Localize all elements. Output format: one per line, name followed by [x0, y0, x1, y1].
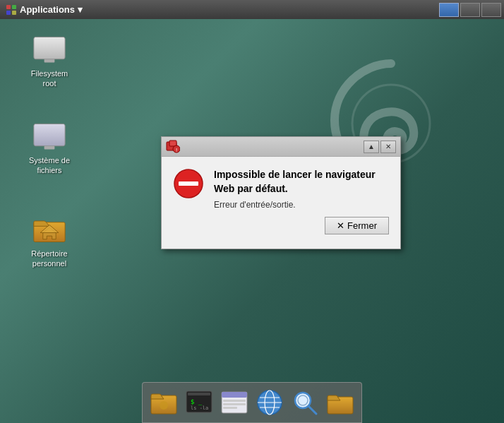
svg-rect-27: [223, 400, 246, 402]
home-icon-svg: [32, 213, 66, 244]
file-manager-icon[interactable]: Système defichiers: [18, 119, 81, 176]
svg-rect-8: [34, 124, 65, 145]
dialog-buttons-area: ✕ Fermer: [173, 217, 389, 237]
svg-rect-22: [188, 393, 210, 395]
filesystem-root-label: Filesystemroot: [31, 68, 68, 89]
svg-rect-29: [223, 407, 237, 409]
applications-menu[interactable]: Applications ▾: [0, 0, 88, 19]
bottom-dock: $ _ ls -la: [142, 382, 362, 423]
svg-point-20: [160, 401, 168, 410]
dialog-sub-message: Erreur d'entrée/sortie.: [214, 200, 389, 210]
dock-search[interactable]: [288, 386, 322, 419]
taskbar-button-2[interactable]: [460, 3, 480, 17]
svg-rect-3: [6, 11, 11, 15]
svg-text:$ _: $ _: [191, 398, 203, 405]
dock-terminal[interactable]: $ _ ls -la: [182, 386, 216, 419]
svg-text:ls -la: ls -la: [191, 405, 208, 411]
svg-rect-28: [223, 403, 246, 405]
dialog-close-btn[interactable]: ✕ Fermer: [325, 217, 389, 234]
svg-rect-1: [6, 5, 11, 9]
dialog-content: Impossible de lancer le navigateur Web p…: [162, 157, 400, 249]
dialog-message: Impossible de lancer le navigateur Web p…: [214, 168, 389, 196]
dialog-up-button[interactable]: ▲: [364, 141, 379, 153]
dock-browser[interactable]: [253, 386, 287, 419]
applications-label: Applications: [20, 4, 75, 15]
dialog-app-icon: !: [166, 140, 180, 154]
svg-rect-4: [12, 11, 16, 15]
dock-folder[interactable]: [323, 386, 357, 419]
svg-rect-9: [44, 146, 55, 150]
taskbar: Applications ▾: [0, 0, 504, 19]
dock-file-manager[interactable]: [217, 386, 251, 419]
dock-files[interactable]: [147, 386, 181, 419]
svg-line-36: [308, 406, 316, 414]
filesystem-root-icon[interactable]: Filesystemroot: [18, 32, 81, 89]
svg-rect-18: [179, 181, 198, 186]
close-x-icon: ✕: [337, 220, 344, 231]
svg-rect-2: [12, 5, 16, 9]
svg-text:!: !: [176, 147, 177, 153]
hd-icon-svg: [32, 33, 66, 64]
file-manager-label: Système defichiers: [29, 155, 70, 176]
desktop: Applications ▾ Filesystemro: [0, 0, 504, 423]
taskbar-right-area: [439, 3, 504, 17]
close-label: Fermer: [347, 220, 377, 231]
svg-rect-26: [222, 392, 247, 398]
dialog-titlebar: ! ▲ ✕: [162, 137, 400, 157]
home-folder-icon[interactable]: Répertoirepersonnel: [18, 212, 81, 269]
dialog-close-button[interactable]: ✕: [380, 141, 396, 153]
svg-rect-6: [44, 59, 55, 63]
error-icon: [173, 168, 204, 199]
taskbar-button-1[interactable]: [439, 3, 459, 17]
svg-rect-5: [34, 37, 65, 59]
applications-icon: [6, 4, 17, 16]
menu-arrow-icon: ▾: [78, 4, 83, 15]
error-dialog: ! ▲ ✕ Impossible de lancer le navigateur…: [161, 136, 401, 249]
taskbar-button-3[interactable]: [481, 3, 501, 17]
home-folder-label: Répertoirepersonnel: [31, 249, 67, 269]
hd2-icon-svg: [32, 120, 66, 151]
